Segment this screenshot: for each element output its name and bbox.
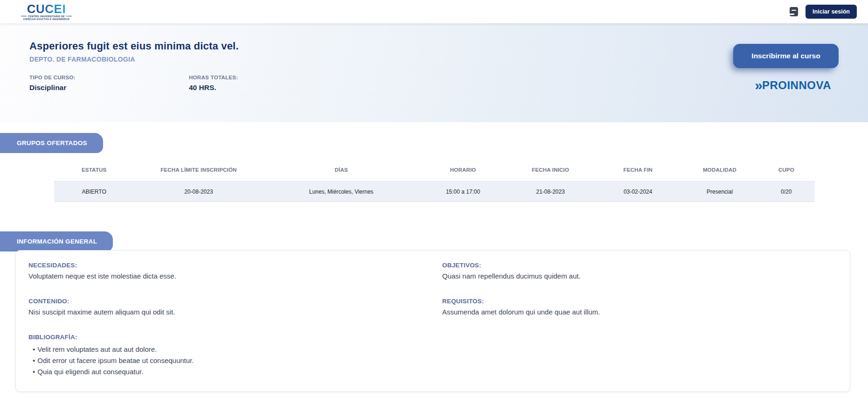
col-cupo: CUPO	[758, 167, 815, 173]
course-hero-right: Inscribirme al curso » PROINNOVA	[733, 40, 839, 122]
cell-estatus: ABIERTO	[54, 189, 134, 195]
course-hero: Asperiores fugit est eius minima dicta v…	[0, 23, 868, 122]
objetivos-title: OBJETIVOS:	[442, 262, 837, 269]
contenido-text: Nisi suscipit maxime autem aliquam qui o…	[28, 308, 442, 316]
info-block-necesidades: NECESIDADES: Voluptatem neque est iste m…	[28, 262, 442, 280]
course-hours-value: 40 HRS.	[189, 84, 238, 92]
col-fecha-fin: FECHA FIN	[594, 167, 682, 173]
proinnova-logo: » PROINNOVA	[755, 79, 831, 92]
table-row: ABIERTO 20-08-2023 Lunes, Miércoles, Vie…	[54, 181, 815, 202]
cell-dias: Lunes, Miércoles, Viernes	[264, 189, 419, 195]
bibliografia-entry: Odit error ut facere ipsum beatae ut con…	[37, 356, 194, 364]
cell-modalidad: Presencial	[682, 189, 758, 195]
requisitos-title: REQUISITOS:	[442, 298, 837, 305]
top-bar: CUCEI CENTRO UNIVERSITARIO DE CIENCIAS E…	[0, 0, 868, 23]
groups-section: GRUPOS OFERTADOS ESTATUS FECHA LÍMITE IN…	[0, 133, 868, 202]
bullet-icon: •	[33, 356, 35, 364]
requisitos-text: Assumenda amet dolorum qui unde quae aut…	[442, 308, 837, 316]
login-button[interactable]: Iniciar sesión	[806, 5, 857, 19]
necesidades-title: NECESIDADES:	[28, 262, 442, 269]
cucei-logo-caption: CENTRO UNIVERSITARIO DE CIENCIAS EXACTAS…	[21, 15, 72, 21]
col-fecha-inicio: FECHA INICIO	[507, 167, 594, 173]
cell-fecha-fin: 03-02-2024	[594, 189, 682, 195]
necesidades-text: Voluptatem neque est iste molestiae dict…	[28, 272, 442, 280]
info-block-objetivos: OBJETIVOS: Quasi nam repellendus ducimus…	[442, 262, 837, 280]
bibliografia-title: BIBLIOGRAFÍA:	[28, 334, 442, 341]
bullet-icon: •	[33, 368, 35, 376]
cell-fecha-inicio: 21-08-2023	[507, 189, 594, 195]
bibliografia-entry: Velit rem voluptates aut aut aut dolore.	[37, 345, 157, 353]
topbar-actions: Iniciar sesión	[789, 5, 857, 19]
cell-cupo: 0/20	[758, 189, 815, 195]
tab-informacion-general: INFORMACIÓN GENERAL	[0, 231, 113, 251]
tab-grupos-ofertados: GRUPOS OFERTADOS	[0, 133, 103, 153]
info-block-requisitos: REQUISITOS: Assumenda amet dolorum qui u…	[442, 298, 837, 316]
general-info-grid: NECESIDADES: Voluptatem neque est iste m…	[28, 262, 837, 377]
course-title: Asperiores fugit est eius minima dicta v…	[29, 40, 239, 52]
info-block-contenido: CONTENIDO: Nisi suscipit maxime autem al…	[28, 298, 442, 316]
course-meta: TIPO DE CURSO: Disciplinar HORAS TOTALES…	[29, 75, 239, 92]
cucei-logo[interactable]: CUCEI CENTRO UNIVERSITARIO DE CIENCIAS E…	[21, 3, 72, 21]
col-horario: HORARIO	[419, 167, 507, 173]
general-info-section: INFORMACIÓN GENERAL NECESIDADES: Volupta…	[0, 231, 868, 392]
bibliografia-list: •Velit rem voluptates aut aut aut dolore…	[28, 344, 442, 377]
course-type-value: Disciplinar	[29, 84, 189, 92]
list-item: •Quia qui eligendi aut consequatur.	[28, 366, 442, 377]
col-dias: DÍAS	[264, 167, 419, 173]
general-info-card: NECESIDADES: Voluptatem neque est iste m…	[15, 250, 850, 392]
list-item: •Odit error ut facere ipsum beatae ut co…	[28, 355, 442, 366]
cucei-logo-text: CUCEI	[27, 3, 66, 14]
enroll-button[interactable]: Inscribirme al curso	[733, 44, 839, 68]
list-item: •Velit rem voluptates aut aut aut dolore…	[28, 344, 442, 355]
course-hours-block: HORAS TOTALES: 40 HRS.	[189, 75, 238, 92]
proinnova-chevrons-icon: »	[755, 80, 762, 91]
caption-rule-right	[66, 16, 72, 16]
groups-table: ESTATUS FECHA LÍMITE INSCRIPCIÓN DÍAS HO…	[54, 159, 815, 202]
course-hours-label: HORAS TOTALES:	[189, 75, 238, 80]
book-icon[interactable]	[789, 7, 799, 17]
col-estatus: ESTATUS	[54, 167, 134, 173]
col-modalidad: MODALIDAD	[682, 167, 758, 173]
info-block-bibliografia: BIBLIOGRAFÍA: •Velit rem voluptates aut …	[28, 334, 442, 377]
caption-rule-left	[21, 16, 27, 16]
proinnova-name: PROINNOVA	[762, 79, 831, 92]
course-type-block: TIPO DE CURSO: Disciplinar	[29, 75, 189, 92]
course-type-label: TIPO DE CURSO:	[29, 75, 189, 80]
caption-line-2: CIENCIAS EXACTAS E INGENIERÍAS	[23, 18, 69, 21]
contenido-title: CONTENIDO:	[28, 298, 442, 305]
col-fecha-limite: FECHA LÍMITE INSCRIPCIÓN	[134, 167, 263, 173]
objetivos-text: Quasi nam repellendus ducimus quidem aut…	[442, 272, 837, 280]
course-hero-left: Asperiores fugit est eius minima dicta v…	[29, 40, 239, 122]
bullet-icon: •	[33, 345, 35, 353]
groups-table-header: ESTATUS FECHA LÍMITE INSCRIPCIÓN DÍAS HO…	[54, 159, 815, 181]
cell-fecha-limite: 20-08-2023	[134, 189, 263, 195]
cell-horario: 15:00 a 17:00	[419, 189, 507, 195]
course-department: DEPTO. DE FARMACOBIOLOGIA	[29, 56, 239, 63]
bibliografia-entry: Quia qui eligendi aut consequatur.	[37, 368, 143, 376]
